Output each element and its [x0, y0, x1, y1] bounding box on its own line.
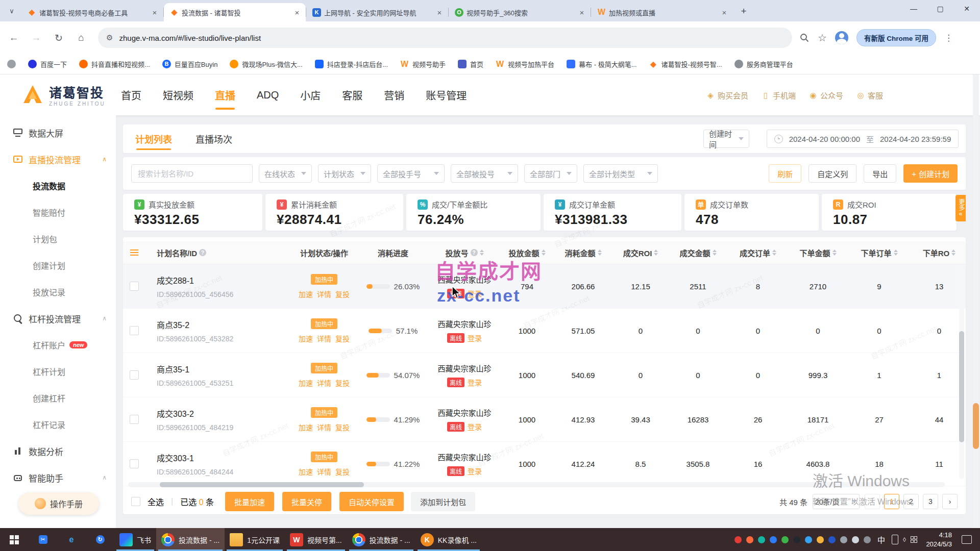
taskbar-app-button[interactable]: K KK录像机 ...: [415, 528, 482, 551]
tray-icon[interactable]: [828, 536, 836, 543]
vertical-scrollbar[interactable]: [959, 266, 964, 479]
table-row[interactable]: 成交288-1 ID:5896261005_456456 加热中 加速详情复投 …: [123, 264, 966, 309]
nav-item[interactable]: 直播: [214, 74, 236, 116]
tray-icon[interactable]: [746, 536, 753, 543]
browser-tab[interactable]: W 加热视频或直播 ×: [591, 3, 733, 21]
tray-icon[interactable]: [781, 536, 789, 543]
page-button[interactable]: ›: [942, 494, 958, 509]
row-checkbox[interactable]: [130, 326, 139, 335]
phone-link-icon[interactable]: [892, 535, 898, 544]
row-checkbox[interactable]: [130, 415, 139, 424]
sort-icon[interactable]: [894, 249, 898, 256]
row-action-link[interactable]: 加速: [299, 422, 313, 432]
row-action-link[interactable]: 加速: [299, 378, 313, 388]
tab-search-chevron-icon[interactable]: ∨: [3, 2, 20, 19]
time-type-select[interactable]: 创建时间: [703, 130, 749, 148]
refresh-button[interactable]: 刷新: [769, 164, 801, 183]
tray-icon[interactable]: [758, 536, 765, 543]
taskbar-app-button[interactable]: 飞书: [114, 528, 156, 551]
tab-close-icon[interactable]: ×: [150, 8, 159, 17]
sidebar-sub-item[interactable]: 创建杠杆: [0, 385, 116, 411]
page-scrollbar-thumb[interactable]: [973, 403, 979, 449]
browser-tab[interactable]: ◆ 诸葛智投-视频号电商必备工具 ×: [21, 3, 163, 21]
bookmark-item[interactable]: B 巨量百应Buyin: [162, 59, 218, 69]
tray-icon[interactable]: [817, 536, 824, 543]
tray-icon[interactable]: [805, 536, 812, 543]
site-logo[interactable]: 诸葛智投 ZHUGE ZHITOU: [21, 83, 106, 107]
sidebar-sub-item[interactable]: 计划包: [0, 226, 116, 252]
url-bar[interactable]: ⚙ zhuge.v-ma.com/#/live-studio/live-plan…: [98, 28, 792, 48]
sidebar-sub-item[interactable]: 杠杆计划: [0, 358, 116, 385]
header-link[interactable]: ◉ 公众号: [809, 90, 843, 101]
back-icon[interactable]: ←: [5, 29, 22, 46]
nav-item[interactable]: ADQ: [256, 76, 280, 114]
nav-item[interactable]: 小店: [299, 74, 322, 116]
plan-tab[interactable]: 直播场次: [195, 124, 232, 153]
sidebar-item[interactable]: 杠杆投流管理 ∧: [0, 305, 116, 332]
tray-icon[interactable]: [770, 536, 777, 543]
reload-icon[interactable]: ↻: [50, 29, 67, 46]
browser-tab[interactable]: K 上网导航 - 安全实用的网址导航 ×: [306, 3, 448, 21]
customize-columns-button[interactable]: 自定义列: [808, 164, 856, 183]
sidebar-item[interactable]: 直播投流管理 ∧: [0, 146, 116, 172]
scissors-app-icon[interactable]: ✂: [29, 528, 57, 551]
sidebar-sub-item[interactable]: 创建计划: [0, 252, 116, 279]
row-action-link[interactable]: 详情: [317, 333, 331, 343]
kebab-menu-icon[interactable]: ⋮: [944, 33, 953, 43]
row-action-link[interactable]: 详情: [317, 378, 331, 388]
sidebar-sub-item[interactable]: 投放记录: [0, 279, 116, 305]
row-checkbox[interactable]: [130, 459, 139, 468]
touch-keyboard-icon[interactable]: [911, 536, 918, 543]
v-scrollbar-thumb[interactable]: [959, 331, 964, 442]
tune-icon[interactable]: ⚙: [106, 33, 113, 42]
h-scrollbar-thumb[interactable]: [160, 482, 364, 487]
minimize-button[interactable]: —: [900, 0, 927, 17]
bookmark-item[interactable]: 服务商管理平台: [734, 59, 793, 69]
bookmark-item[interactable]: 百度一下: [28, 59, 67, 69]
export-button[interactable]: 导出: [864, 164, 896, 183]
page-button[interactable]: 3: [923, 494, 938, 509]
plan-tab[interactable]: 计划列表: [135, 124, 172, 153]
column-header[interactable]: 消耗进度: [360, 247, 426, 258]
nav-item[interactable]: 账号管理: [425, 74, 468, 116]
bookmark-item[interactable]: 幕布 - 极简大纲笔...: [567, 59, 636, 69]
sort-icon[interactable]: [772, 249, 776, 256]
remote-app-icon[interactable]: ↻: [86, 528, 114, 551]
taskbar-app-button[interactable]: W 视频号第...: [285, 528, 347, 551]
header-link[interactable]: ◎ 客服: [856, 90, 883, 101]
taskbar-app-button[interactable]: 1元公开课: [225, 528, 285, 551]
sidebar-item[interactable]: 数据分析: [0, 438, 116, 464]
nav-item[interactable]: 营销: [383, 74, 405, 116]
column-header[interactable]: 投放金额: [503, 247, 551, 258]
notification-center-icon[interactable]: [962, 535, 972, 544]
filter-dropdown[interactable]: 计划状态: [318, 164, 371, 183]
row-action-link[interactable]: 详情: [317, 466, 331, 477]
sparkle-icon[interactable]: ◊: [903, 536, 906, 543]
bookmark-item[interactable]: [7, 60, 16, 68]
bookmark-item[interactable]: 抖音直播和短视频...: [79, 59, 150, 69]
column-header[interactable]: 消耗金额: [551, 247, 615, 258]
bookmark-item[interactable]: 首页: [458, 59, 483, 69]
login-link[interactable]: 登录: [468, 421, 482, 432]
row-action-link[interactable]: 复投: [335, 333, 350, 343]
table-row[interactable]: 商点35-2 ID:5896261005_453282 加热中 加速详情复投 5…: [123, 309, 966, 353]
filter-dropdown[interactable]: 全部投手号: [377, 164, 445, 183]
sidebar-sub-item[interactable]: 投流数据: [0, 172, 116, 199]
tab-close-icon[interactable]: ×: [720, 8, 729, 17]
header-link[interactable]: ◈ 购买会员: [706, 90, 748, 101]
chrome-update-button[interactable]: 有新版 Chrome 可用: [856, 29, 936, 46]
bookmark-item[interactable]: W 视频号加热平台: [496, 59, 554, 69]
column-header[interactable]: 下单金额: [786, 247, 850, 258]
maximize-button[interactable]: ▢: [927, 0, 953, 17]
page-scrollbar[interactable]: [973, 74, 979, 528]
sidebar-sub-item[interactable]: 智能赔付: [0, 199, 116, 226]
home-icon[interactable]: ⌂: [72, 29, 90, 46]
login-link[interactable]: 登录: [468, 377, 482, 387]
forward-icon[interactable]: →: [28, 29, 45, 46]
sort-icon[interactable]: [480, 249, 484, 256]
sort-icon[interactable]: [598, 249, 602, 256]
row-action-link[interactable]: 复投: [335, 289, 350, 299]
profile-avatar[interactable]: [835, 31, 848, 44]
bookmark-star-icon[interactable]: ☆: [818, 32, 827, 44]
sort-icon[interactable]: [713, 249, 717, 256]
